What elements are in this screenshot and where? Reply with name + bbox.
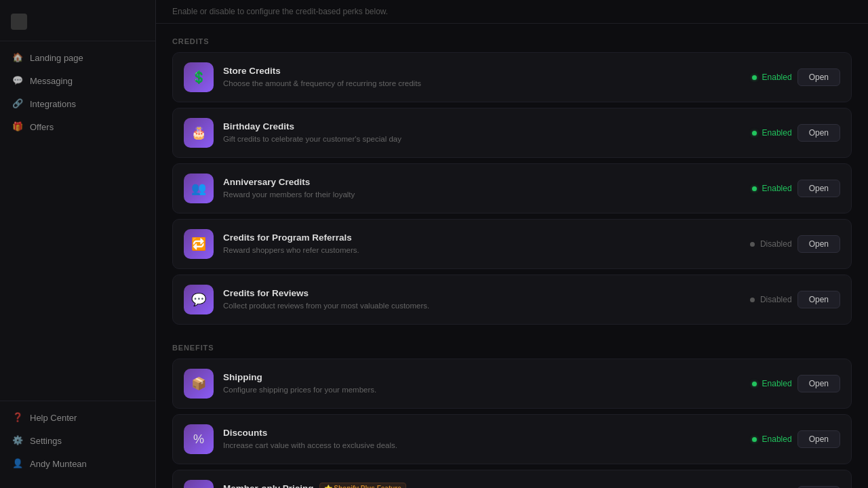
main-content: Enable or disable to configure the credi… — [156, 0, 868, 488]
birthday-credits-info: Birthday Credits Gift credits to celebra… — [223, 121, 743, 144]
credits-section-label: CREDITS — [172, 24, 852, 52]
store-credits-status: Enabled Open — [752, 68, 840, 86]
user-icon: 👤 — [12, 458, 23, 469]
anniversary-credits-open-button[interactable]: Open — [797, 180, 840, 197]
credits-for-referrals-info: Credits for Program Referrals Reward sho… — [223, 232, 741, 256]
shipping-desc: Configure shipping prices for your membe… — [223, 384, 743, 395]
sidebar-top — [0, 8, 155, 41]
credits-for-reviews-status-dot — [750, 298, 755, 302]
credits-for-reviews-icon: 💬 — [191, 292, 206, 307]
shipping-icon-wrap: 📦 — [184, 369, 214, 399]
anniversary-credits-icon-wrap: 👥 — [184, 174, 214, 203]
credits-for-referrals-status-dot — [750, 242, 755, 247]
credits-for-referrals-status-text: Disabled — [760, 239, 792, 249]
integrations-icon: 🔗 — [12, 98, 23, 109]
sidebar-nav: 🏠 Landing page 💬 Messaging 🔗 Integration… — [0, 47, 155, 401]
member-only-pricing-icon-wrap: 🏷️ — [184, 480, 214, 488]
anniversary-credits-icon: 👥 — [191, 181, 206, 196]
store-credits-info: Store Credits Choose the amount & freque… — [223, 66, 743, 89]
credits-for-referrals-open-button[interactable]: Open — [797, 235, 840, 253]
sidebar-label-offers: Offers — [30, 122, 54, 132]
settings-icon: ⚙️ — [12, 435, 23, 446]
birthday-credits-status: Enabled Open — [752, 124, 840, 142]
credits-for-referrals-icon: 🔁 — [191, 237, 206, 251]
sidebar-item-user[interactable]: 👤 Andy Muntean — [5, 453, 150, 474]
card-anniversary-credits: 👥 Anniversary Credits Reward your member… — [172, 163, 852, 214]
discounts-status-dot — [752, 437, 757, 442]
discounts-status-text: Enabled — [762, 434, 792, 444]
discounts-open-button[interactable]: Open — [797, 430, 840, 448]
credits-for-reviews-icon-wrap: 💬 — [184, 285, 214, 314]
sidebar-label-user: Andy Muntean — [30, 459, 87, 469]
discounts-icon: % — [193, 432, 204, 447]
sidebar-label-landing-page: Landing page — [30, 53, 83, 63]
store-credits-title: Store Credits — [223, 66, 743, 76]
birthday-credits-icon: 🎂 — [191, 125, 206, 140]
shipping-status-dot — [752, 382, 757, 386]
help-center-icon: ❓ — [12, 412, 23, 423]
content-area: CREDITS 💲 Store Credits Choose the amoun… — [156, 24, 868, 488]
benefits-section-label: BENEFITS — [172, 330, 852, 359]
shipping-status: Enabled Open — [752, 375, 840, 392]
credits-for-reviews-status: Disabled Open — [750, 291, 840, 308]
birthday-credits-status-dot — [752, 131, 757, 136]
store-credits-open-button[interactable]: Open — [797, 68, 840, 86]
credits-for-reviews-info: Credits for Reviews Collect product revi… — [223, 288, 741, 311]
credits-for-reviews-status-text: Disabled — [760, 295, 792, 304]
birthday-credits-status-text: Enabled — [762, 128, 792, 138]
credits-for-referrals-status: Disabled Open — [750, 235, 840, 253]
store-credits-status-text: Enabled — [762, 73, 792, 82]
card-member-only-pricing: 🏷️ Member-only Pricing⭐ Shopify Plus Fea… — [172, 470, 852, 488]
shipping-open-button[interactable]: Open — [797, 375, 840, 392]
credits-for-reviews-title: Credits for Reviews — [223, 288, 741, 298]
anniversary-credits-status-dot — [752, 186, 757, 191]
card-shipping: 📦 Shipping Configure shipping prices for… — [172, 359, 852, 409]
card-store-credits: 💲 Store Credits Choose the amount & freq… — [172, 52, 852, 102]
store-credits-desc: Choose the amount & frequency of recurri… — [223, 78, 743, 89]
member-only-pricing-title: Member-only Pricing⭐ Shopify Plus Featur… — [223, 483, 741, 488]
discounts-desc: Increase cart value with access to exclu… — [223, 440, 743, 451]
anniversary-credits-desc: Reward your members for their loyalty — [223, 189, 743, 200]
sidebar-label-settings: Settings — [30, 436, 62, 446]
discounts-icon-wrap: % — [184, 424, 214, 454]
shopify-badge: ⭐ Shopify Plus Feature — [319, 483, 406, 488]
credits-for-reviews-open-button[interactable]: Open — [797, 291, 840, 308]
benefits-list: 📦 Shipping Configure shipping prices for… — [172, 359, 852, 488]
sidebar-bottom: ❓ Help Center ⚙️ Settings 👤 Andy Muntean — [0, 401, 155, 480]
app-logo — [11, 14, 27, 30]
store-credits-status-dot — [752, 75, 757, 80]
shipping-title: Shipping — [223, 372, 743, 382]
credits-for-referrals-desc: Reward shoppers who refer customers. — [223, 245, 741, 256]
sidebar-item-help-center[interactable]: ❓ Help Center — [5, 407, 150, 428]
store-credits-icon: 💲 — [191, 70, 206, 85]
sidebar-label-messaging: Messaging — [30, 76, 73, 86]
anniversary-credits-info: Anniversary Credits Reward your members … — [223, 177, 743, 200]
sidebar-item-messaging[interactable]: 💬 Messaging — [5, 70, 150, 92]
credits-list: 💲 Store Credits Choose the amount & freq… — [172, 52, 852, 325]
sidebar-item-offers[interactable]: 🎁 Offers — [5, 116, 150, 138]
discounts-status: Enabled Open — [752, 430, 840, 448]
offers-icon: 🎁 — [12, 121, 23, 132]
sidebar-item-landing-page[interactable]: 🏠 Landing page — [5, 47, 150, 68]
credits-for-referrals-icon-wrap: 🔁 — [184, 229, 214, 259]
sidebar-item-settings[interactable]: ⚙️ Settings — [5, 430, 150, 451]
birthday-credits-open-button[interactable]: Open — [797, 124, 840, 142]
store-credits-icon-wrap: 💲 — [184, 62, 214, 92]
shipping-info: Shipping Configure shipping prices for y… — [223, 372, 743, 395]
top-bar-message: Enable or disable to configure the credi… — [156, 0, 868, 24]
shipping-icon: 📦 — [191, 376, 206, 391]
anniversary-credits-title: Anniversary Credits — [223, 177, 743, 187]
member-only-pricing-info: Member-only Pricing⭐ Shopify Plus Featur… — [223, 483, 741, 488]
card-credits-for-referrals: 🔁 Credits for Program Referrals Reward s… — [172, 219, 852, 269]
credits-for-reviews-desc: Collect product reviews from your most v… — [223, 300, 741, 311]
anniversary-credits-status-text: Enabled — [762, 184, 792, 193]
card-birthday-credits: 🎂 Birthday Credits Gift credits to celeb… — [172, 108, 852, 158]
shipping-status-text: Enabled — [762, 379, 792, 388]
sidebar-item-integrations[interactable]: 🔗 Integrations — [5, 93, 150, 115]
birthday-credits-title: Birthday Credits — [223, 121, 743, 131]
discounts-title: Discounts — [223, 428, 743, 438]
card-discounts: % Discounts Increase cart value with acc… — [172, 414, 852, 464]
messaging-icon: 💬 — [12, 75, 23, 86]
birthday-credits-desc: Gift credits to celebrate your customer'… — [223, 134, 743, 144]
sidebar: 🏠 Landing page 💬 Messaging 🔗 Integration… — [0, 0, 156, 488]
